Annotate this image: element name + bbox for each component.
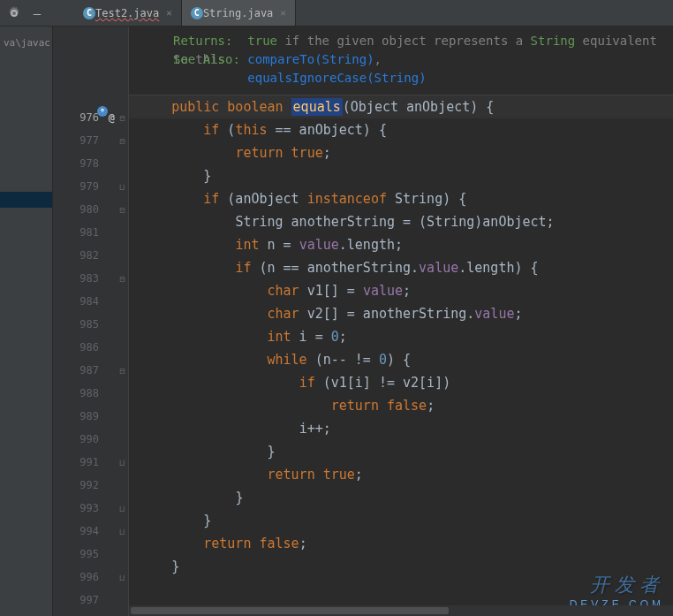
code-line[interactable]: return true; xyxy=(129,463,673,486)
line-number[interactable]: 986 xyxy=(53,336,117,359)
editor-tabs: C Test2.java ✕ C String.java ✕ xyxy=(74,0,296,26)
fold-end-icon[interactable]: ⊔ xyxy=(117,497,128,520)
sidebar-selected-item[interactable] xyxy=(0,192,52,208)
code-line[interactable]: return true; xyxy=(129,141,673,164)
code-line[interactable]: int i = 0; xyxy=(129,325,673,348)
annotation-icon[interactable]: @ xyxy=(109,106,115,129)
fold-end-icon[interactable]: ⊔ xyxy=(117,520,128,543)
line-number[interactable]: 991 xyxy=(53,451,117,474)
tab-string[interactable]: C String.java ✕ xyxy=(182,0,296,26)
line-number[interactable]: 978 xyxy=(53,152,117,175)
close-icon[interactable]: ✕ xyxy=(280,7,286,19)
code-line[interactable]: } xyxy=(129,486,673,509)
line-number[interactable]: 984 xyxy=(53,290,117,313)
code-line[interactable]: if (anObject instanceof String) { xyxy=(129,187,673,210)
line-number[interactable]: 994 xyxy=(53,520,117,543)
code-line[interactable]: while (n-- != 0) { xyxy=(129,348,673,371)
fold-mark-icon[interactable]: ⊟ xyxy=(117,267,128,290)
minimize-icon[interactable]: — xyxy=(28,4,46,22)
code-line[interactable]: char v2[] = anotherString.value; xyxy=(129,302,673,325)
fold-mark-icon[interactable]: ⊟ xyxy=(117,198,128,221)
code-line[interactable]: if (v1[i] != v2[i]) xyxy=(129,371,673,394)
line-number[interactable]: 992 xyxy=(53,474,117,497)
horizontal-scrollbar[interactable] xyxy=(129,605,673,616)
code-line[interactable]: char v1[] = value; xyxy=(129,279,673,302)
editor: 976 @ 977 978 979 980 981 982 983 984 98… xyxy=(53,27,673,616)
code-line[interactable]: } xyxy=(129,164,673,187)
line-number[interactable]: 993 xyxy=(53,497,117,520)
gear-icon[interactable] xyxy=(7,6,21,20)
line-number[interactable]: 980 xyxy=(53,198,117,221)
project-sidebar[interactable]: va\javac xyxy=(0,27,53,616)
code-line[interactable]: String anotherString = (String)anObject; xyxy=(129,210,673,233)
code-line[interactable]: if (n == anotherString.value.length) { xyxy=(129,256,673,279)
doc-returns-tag: Returns: xyxy=(173,34,232,48)
line-number[interactable]: 981 xyxy=(53,221,117,244)
main-area: va\javac 976 @ 977 978 979 980 981 982 9… xyxy=(0,27,673,616)
fold-end-icon[interactable]: ⊔ xyxy=(117,451,128,474)
java-class-icon: C xyxy=(83,7,95,19)
code-line[interactable]: int n = value.length; xyxy=(129,233,673,256)
line-number[interactable]: 979 xyxy=(53,175,117,198)
code-line[interactable]: if (this == anObject) { xyxy=(129,118,673,141)
line-number[interactable]: 977 xyxy=(53,129,117,152)
doc-text: true xyxy=(247,34,277,48)
line-number[interactable]: 989 xyxy=(53,405,117,428)
doc-seealso-tag: See Also: xyxy=(173,52,240,66)
title-bar: — C Test2.java ✕ C String.java ✕ xyxy=(0,0,673,27)
doc-text: String xyxy=(531,34,576,48)
doc-text: if the given object represents a xyxy=(277,34,531,48)
fold-end-icon[interactable]: ⊔ xyxy=(117,175,128,198)
code-line[interactable]: } xyxy=(129,440,673,463)
line-gutter[interactable]: 976 @ 977 978 979 980 981 982 983 984 98… xyxy=(53,27,117,616)
line-number[interactable]: 997 xyxy=(53,589,117,612)
fold-mark-icon[interactable]: ⊟ xyxy=(117,359,128,382)
line-number[interactable]: 996 xyxy=(53,566,117,589)
sidebar-path: va\javac xyxy=(0,35,52,50)
line-number[interactable]: 990 xyxy=(53,428,117,451)
code-line[interactable]: public boolean equals(Object anObject) { xyxy=(129,95,673,118)
code-line[interactable]: } xyxy=(129,509,673,532)
scrollbar-thumb[interactable] xyxy=(131,607,449,614)
line-number[interactable]: 983 xyxy=(53,267,117,290)
fold-end-icon[interactable]: ⊔ xyxy=(117,566,128,589)
javadoc-block: Returns: true if the given object repres… xyxy=(129,32,673,95)
override-icon[interactable] xyxy=(97,106,108,117)
doc-link[interactable]: equalsIgnoreCase(String) xyxy=(247,71,426,85)
code-line[interactable]: return false; xyxy=(129,532,673,555)
java-class-icon: C xyxy=(191,7,203,19)
fold-column[interactable]: ⊟ ⊟ ⊔ ⊟ ⊟ ⊟ ⊔ ⊔ ⊔ ⊔ xyxy=(117,27,129,616)
line-number[interactable]: 988 xyxy=(53,382,117,405)
line-number[interactable]: 976 @ xyxy=(53,106,117,129)
tab-test2[interactable]: C Test2.java ✕ xyxy=(74,0,182,26)
close-icon[interactable]: ✕ xyxy=(166,7,172,19)
fold-mark-icon[interactable]: ⊟ xyxy=(117,106,128,129)
code-line[interactable]: return false; xyxy=(129,394,673,417)
line-number[interactable]: 985 xyxy=(53,313,117,336)
line-number[interactable]: 995 xyxy=(53,543,117,566)
line-number[interactable]: 987 xyxy=(53,359,117,382)
doc-link[interactable]: compareTo(String) xyxy=(247,52,374,66)
tab-label: String.java xyxy=(203,7,273,19)
fold-mark-icon[interactable]: ⊟ xyxy=(117,129,128,152)
watermark-text: 开发者 xyxy=(590,572,664,598)
tab-label: Test2.java xyxy=(95,7,159,19)
line-number[interactable]: 982 xyxy=(53,244,117,267)
code-line[interactable]: i++; xyxy=(129,417,673,440)
code-content[interactable]: Returns: true if the given object repres… xyxy=(129,27,673,616)
